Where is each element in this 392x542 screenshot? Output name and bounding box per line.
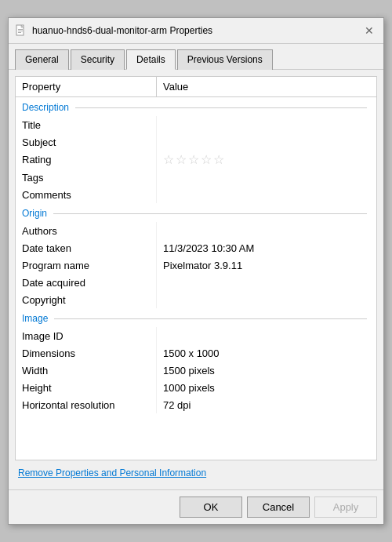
ok-button[interactable]: OK — [180, 497, 242, 518]
link-area: Remove Properties and Personal Informati… — [15, 460, 377, 483]
title-bar: huanuo-hnds6-dual-monitor-arm Properties… — [9, 18, 383, 44]
tab-content: Property Value Description Title Subject… — [9, 70, 383, 489]
prop-tags: Tags — [16, 169, 157, 186]
table-row[interactable]: Dimensions 1500 x 1000 — [16, 344, 376, 362]
table-row[interactable]: Image ID — [16, 327, 376, 344]
tab-security[interactable]: Security — [71, 49, 125, 70]
table-row[interactable]: Title — [16, 116, 376, 133]
val-date-taken: 11/3/2023 10:30 AM — [157, 239, 376, 256]
table-header: Property Value — [16, 77, 376, 97]
table-row[interactable]: Height 1000 pixels — [16, 379, 376, 396]
table-row[interactable]: Date acquired — [16, 274, 376, 291]
origin-label: Origin — [16, 206, 53, 221]
val-height: 1000 pixels — [157, 379, 376, 396]
table-row[interactable]: Rating ☆☆☆☆☆ — [16, 151, 376, 169]
val-tags — [157, 169, 376, 186]
table-row[interactable]: Width 1500 pixels — [16, 362, 376, 379]
val-image-id — [157, 327, 376, 344]
val-comments — [157, 186, 376, 203]
window-title: huanuo-hnds6-dual-monitor-arm Properties — [32, 25, 212, 36]
tab-previous-versions[interactable]: Previous Versions — [177, 49, 273, 70]
val-copyright — [157, 291, 376, 308]
val-rating: ☆☆☆☆☆ — [157, 151, 376, 169]
section-image: Image — [16, 308, 376, 327]
tab-bar: General Security Details Previous Versio… — [9, 44, 383, 70]
svg-rect-2 — [18, 29, 23, 30]
prop-comments: Comments — [16, 186, 157, 203]
prop-date-taken: Date taken — [16, 239, 157, 256]
remove-properties-link[interactable]: Remove Properties and Personal Informati… — [18, 467, 206, 478]
val-dimensions: 1500 x 1000 — [157, 344, 376, 362]
prop-image-id: Image ID — [16, 327, 157, 344]
close-button[interactable]: ✕ — [361, 23, 377, 38]
property-header: Property — [16, 77, 157, 96]
apply-button[interactable]: Apply — [314, 497, 377, 518]
properties-window: huanuo-hnds6-dual-monitor-arm Properties… — [8, 17, 384, 525]
val-subject — [157, 133, 376, 151]
prop-title: Title — [16, 116, 157, 133]
val-program-name: Pixelmator 3.9.11 — [157, 256, 376, 274]
val-title — [157, 116, 376, 133]
svg-rect-3 — [18, 31, 23, 31]
section-divider — [75, 107, 367, 108]
table-row[interactable]: Subject — [16, 133, 376, 151]
table-row[interactable]: Date taken 11/3/2023 10:30 AM — [16, 239, 376, 256]
section-divider — [53, 213, 367, 214]
section-origin: Origin — [16, 203, 376, 222]
description-label: Description — [16, 100, 75, 115]
title-bar-left: huanuo-hnds6-dual-monitor-arm Properties — [15, 24, 212, 37]
val-date-acquired — [157, 274, 376, 291]
image-label: Image — [16, 311, 54, 326]
file-icon — [15, 24, 27, 37]
table-row[interactable]: Program name Pixelmator 3.9.11 — [16, 256, 376, 274]
val-width: 1500 pixels — [157, 362, 376, 379]
section-divider — [54, 318, 367, 319]
prop-subject: Subject — [16, 133, 157, 151]
footer: OK Cancel Apply — [9, 489, 383, 524]
prop-height: Height — [16, 379, 157, 396]
table-row[interactable]: Authors — [16, 222, 376, 239]
prop-program-name: Program name — [16, 256, 157, 274]
rating-stars[interactable]: ☆☆☆☆☆ — [163, 152, 226, 167]
prop-width: Width — [16, 362, 157, 379]
section-description: Description — [16, 97, 376, 116]
table-row[interactable]: Copyright — [16, 291, 376, 308]
svg-rect-4 — [18, 32, 21, 33]
prop-copyright: Copyright — [16, 291, 157, 308]
prop-horizontal-resolution: Horizontal resolution — [16, 396, 157, 413]
table-row[interactable]: Comments — [16, 186, 376, 203]
table-row[interactable]: Horizontal resolution 72 dpi — [16, 396, 376, 413]
prop-dimensions: Dimensions — [16, 344, 157, 362]
val-horizontal-resolution: 72 dpi — [157, 396, 376, 413]
prop-authors: Authors — [16, 222, 157, 239]
prop-rating: Rating — [16, 151, 157, 169]
value-header: Value — [157, 77, 376, 96]
table-row[interactable]: Tags — [16, 169, 376, 186]
val-authors — [157, 222, 376, 239]
prop-date-acquired: Date acquired — [16, 274, 157, 291]
tab-details[interactable]: Details — [126, 49, 176, 70]
cancel-button[interactable]: Cancel — [247, 497, 310, 518]
properties-table: Property Value Description Title Subject… — [15, 76, 377, 460]
tab-general[interactable]: General — [15, 49, 69, 70]
